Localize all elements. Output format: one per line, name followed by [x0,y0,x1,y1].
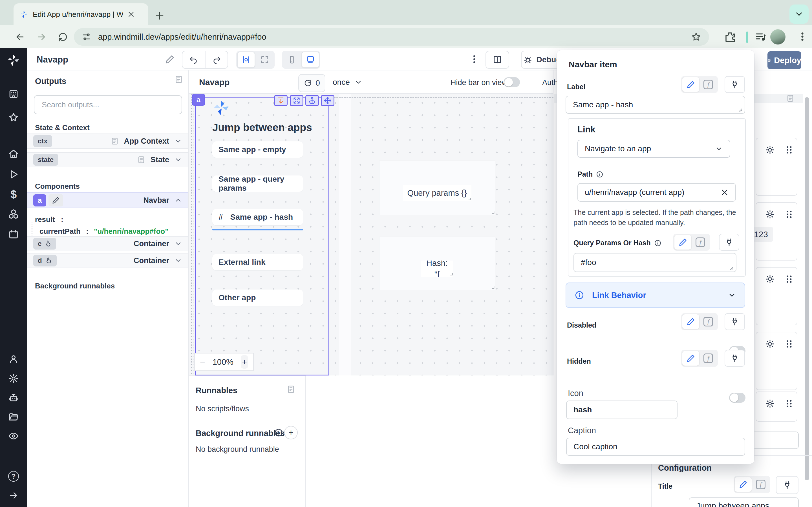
panel-toggle-icon[interactable] [174,75,183,84]
query-params-text[interactable]: Query params {} [403,185,471,201]
resize-corner-icon[interactable] [489,209,495,215]
link-behavior-disclosure[interactable]: Link Behavior [566,283,745,308]
textarea-resize-icon[interactable] [727,264,733,270]
icon-input[interactable]: hash [566,400,677,419]
windmill-logo[interactable] [7,54,20,67]
connect-plug-button[interactable] [776,476,799,494]
deploy-button[interactable]: Deploy [767,51,801,69]
selected-component-outline[interactable] [195,98,329,376]
help-icon[interactable]: ? [8,471,19,482]
navbar-component-row[interactable]: a Navbar [27,192,188,208]
component-card[interactable] [756,138,797,196]
chevron-down-icon[interactable] [174,240,182,247]
panel-toggle-icon[interactable] [786,94,795,103]
move-component-button[interactable] [321,95,335,106]
state-row[interactable]: state State [27,152,188,167]
static-pencil-icon[interactable] [682,77,699,92]
browser-tab[interactable]: Edit App u/henri/navapp | Win [13,3,148,25]
edit-pencil-icon[interactable] [49,194,63,207]
tab-list-button[interactable] [790,4,809,24]
centered-layout-button[interactable] [237,52,255,68]
chevron-down-icon[interactable] [174,137,182,145]
chevron-down-icon[interactable] [174,257,182,265]
component-card[interactable] [756,332,797,390]
fn-icon[interactable]: f [692,235,709,249]
component-card[interactable] [756,392,797,421]
resize-corner-icon[interactable] [448,270,453,276]
connect-plug-button[interactable] [725,350,745,367]
hide-bar-toggle[interactable] [504,77,520,87]
audit-eye-icon[interactable] [8,431,19,441]
clear-x-icon[interactable] [721,188,728,196]
static-pencil-icon[interactable] [682,314,699,329]
rename-pencil-icon[interactable] [165,55,174,64]
caption-input[interactable]: Cool caption [566,438,745,456]
nav-item-hash[interactable]: # Same app - hash [212,209,303,225]
home-icon[interactable] [8,149,19,159]
new-tab-button[interactable] [154,11,165,21]
site-settings-icon[interactable] [82,32,91,42]
nav-item-external-link[interactable]: External link [212,254,303,270]
static-pencil-icon[interactable] [674,235,691,249]
mobile-view-button[interactable] [283,52,301,68]
fullscreen-layout-button[interactable] [256,52,274,68]
panel-toggle-icon[interactable] [287,385,296,394]
scrollbar-thumb[interactable] [805,97,809,480]
fn-icon[interactable]: f [700,314,717,329]
nav-item-query-params[interactable]: Same app - query params [212,175,303,192]
runs-play-icon[interactable] [8,169,19,180]
canvas-resize-gutter[interactable] [191,94,194,376]
fullscreen-component-button[interactable] [290,95,303,106]
search-outputs-input[interactable] [34,95,182,114]
anchor-component-button[interactable] [305,95,319,106]
query-hash-input[interactable]: #foo [573,253,737,272]
static-pencil-icon[interactable] [735,477,752,492]
resize-corner-icon[interactable] [466,195,471,201]
static-pencil-icon[interactable] [682,351,699,365]
run-mode-select[interactable]: once [333,78,362,87]
media-controls-icon[interactable] [755,31,766,43]
bookmark-star-icon[interactable] [691,32,701,42]
resize-corner-icon[interactable] [489,283,495,290]
textarea-resize-icon[interactable] [737,106,743,112]
connect-plug-button[interactable] [719,234,739,251]
config-title-input[interactable]: Jump between apps [689,497,799,507]
workspace-icon[interactable] [8,89,19,100]
chevron-down-icon[interactable] [174,156,182,164]
label-input[interactable]: Same app - hash [566,96,745,114]
connect-plug-button[interactable] [725,313,745,330]
expand-down-button[interactable] [274,95,288,106]
reload-icon[interactable] [57,32,68,42]
workers-robot-icon[interactable] [8,392,19,403]
fn-icon[interactable]: f [700,77,717,92]
link-kind-select[interactable]: Navigate to an app [577,140,730,158]
chevron-up-icon[interactable] [174,196,182,204]
extensions-icon[interactable] [724,31,736,43]
path-input[interactable]: u/henri/navapp (current app) [577,183,736,202]
tab-close-icon[interactable] [128,11,135,18]
container-e-row[interactable]: e Container [27,236,188,251]
expand-sidebar-arrow-icon[interactable] [8,490,19,501]
back-icon[interactable] [15,32,26,42]
favorites-star-icon[interactable] [8,112,19,123]
schedules-calendar-icon[interactable] [8,229,19,240]
users-person-icon[interactable] [8,354,19,364]
connect-plug-button[interactable] [725,76,745,93]
settings-gear-icon[interactable] [8,373,19,384]
undo-button[interactable] [183,51,205,68]
ctx-row[interactable]: ctx App Context [27,133,188,149]
zoom-out-button[interactable]: − [200,357,205,367]
refresh-count-button[interactable]: 0 [298,74,325,92]
variables-dollar-icon[interactable]: $ [8,188,19,199]
add-background-runnable-button[interactable]: + [284,426,298,439]
container-d-row[interactable]: d Container [27,253,188,268]
redo-button[interactable] [205,51,227,68]
more-menu-icon[interactable] [469,54,480,65]
avatar[interactable] [770,29,785,45]
nav-item-other-app[interactable]: Other app [212,290,303,306]
browser-menu-icon[interactable] [796,31,809,43]
nav-item-empty[interactable]: Same app - empty [212,142,303,158]
resources-cubes-icon[interactable] [8,209,19,219]
fn-icon[interactable]: f [700,351,717,365]
info-icon[interactable] [274,428,283,437]
